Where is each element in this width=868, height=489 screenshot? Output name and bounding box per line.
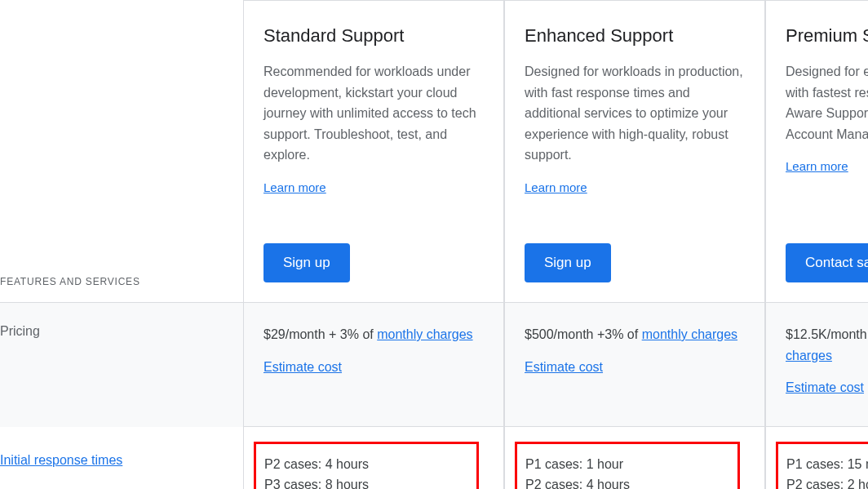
row-label-pricing: Pricing <box>0 303 243 427</box>
highlight-box: P1 cases: 15 minutes P2 cases: 2 hours P… <box>776 442 868 489</box>
irt-line: P2 cases: 4 hours <box>525 474 729 489</box>
plan-title: Enhanced Support <box>525 25 745 47</box>
irt-line: P2 cases: 2 hours <box>786 474 868 489</box>
estimate-cost-link[interactable]: Estimate cost <box>525 357 745 378</box>
price-prefix: $29/month + 3% of <box>264 327 377 341</box>
signup-button[interactable]: Sign up <box>264 243 350 282</box>
price-prefix: $500/month +3% of <box>525 327 642 341</box>
plan-desc: Designed for workloads in production, wi… <box>525 61 745 166</box>
pricing-cell-enhanced: $500/month +3% of monthly charges Estima… <box>504 303 765 427</box>
learn-more-link[interactable]: Learn more <box>786 159 868 173</box>
initial-response-link[interactable]: Initial response times <box>0 453 122 467</box>
plan-card-enhanced: Enhanced Support Designed for workloads … <box>504 0 765 303</box>
monthly-charges-link[interactable]: monthly charges <box>642 327 737 341</box>
plan-desc: Recommended for workloads under developm… <box>264 61 484 166</box>
highlight-box: P1 cases: 1 hour P2 cases: 4 hours P3 ca… <box>515 442 740 489</box>
irt-line: P1 cases: 15 minutes <box>786 454 868 475</box>
plan-title: Premium Support <box>786 25 868 47</box>
estimate-cost-link[interactable]: Estimate cost <box>264 357 484 378</box>
plan-desc: Designed for enterprise workloads, with … <box>786 61 868 144</box>
irt-cell-standard: P2 cases: 4 hours P3 cases: 8 hours P4 c… <box>243 427 504 489</box>
plan-title: Standard Support <box>264 25 484 47</box>
pricing-cell-standard: $29/month + 3% of monthly charges Estima… <box>243 303 504 427</box>
features-label: Features and Services <box>0 276 140 287</box>
highlight-box: P2 cases: 4 hours P3 cases: 8 hours P4 c… <box>254 442 479 489</box>
irt-line: P3 cases: 8 hours <box>264 474 468 489</box>
plan-card-standard: Standard Support Recommended for workloa… <box>243 0 504 303</box>
price-prefix: $12.5K/month + 4% of <box>786 327 868 341</box>
signup-button[interactable]: Sign up <box>525 243 611 282</box>
plan-card-premium: Premium Support Designed for enterprise … <box>765 0 868 303</box>
pricing-cell-premium: $12.5K/month + 4% of monthly charges Est… <box>765 303 868 427</box>
learn-more-link[interactable]: Learn more <box>525 180 745 194</box>
learn-more-link[interactable]: Learn more <box>264 180 484 194</box>
irt-cell-premium: P1 cases: 15 minutes P2 cases: 2 hours P… <box>765 427 868 489</box>
irt-line: P2 cases: 4 hours <box>264 454 468 475</box>
monthly-charges-link[interactable]: monthly charges <box>377 327 472 341</box>
contact-sales-button[interactable]: Contact sales <box>786 243 868 282</box>
features-sidebar-header: Features and Services <box>0 0 243 303</box>
irt-line: P1 cases: 1 hour <box>525 454 729 475</box>
row-label-initial-response: Initial response times <box>0 427 243 489</box>
estimate-cost-link[interactable]: Estimate cost <box>786 377 868 398</box>
irt-cell-enhanced: P1 cases: 1 hour P2 cases: 4 hours P3 ca… <box>504 427 765 489</box>
